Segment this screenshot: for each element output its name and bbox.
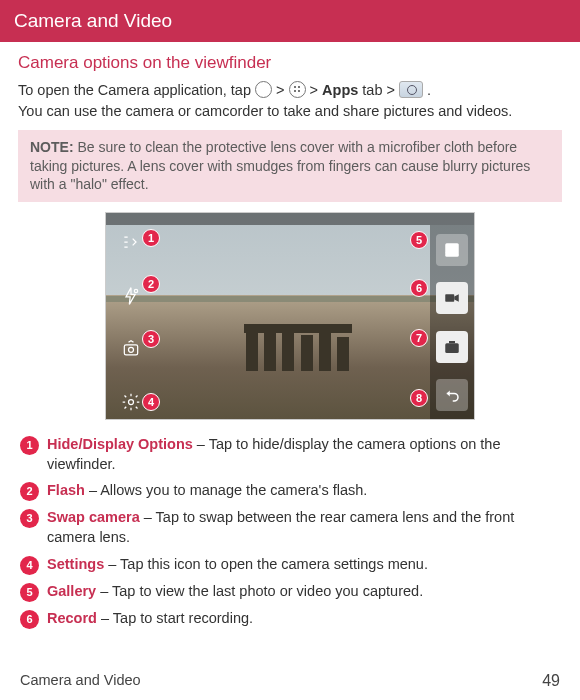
camera-viewfinder: 1 2 3 4 5 6 7 8 xyxy=(105,212,475,420)
list-text: Gallery – Tap to view the last photo or … xyxy=(47,582,562,602)
scene-stone xyxy=(264,333,276,371)
list-desc: – Tap to view the last photo or video yo… xyxy=(96,583,423,599)
page-content: Camera options on the viewfinder To open… xyxy=(0,42,580,629)
list-term: Hide/Display Options xyxy=(47,436,193,452)
note-box: NOTE: Be sure to clean the protective le… xyxy=(18,130,562,203)
list-desc: – Tap this icon to open the camera setti… xyxy=(104,556,428,572)
list-bullet-1: 1 xyxy=(20,436,39,455)
intro-gt-2: > xyxy=(310,82,323,98)
home-circle-icon xyxy=(255,81,272,98)
note-label: NOTE: xyxy=(30,139,74,155)
callout-badge-4: 4 xyxy=(142,393,160,411)
scene-stone xyxy=(319,331,331,371)
back-return-icon[interactable] xyxy=(436,379,468,411)
list-term: Gallery xyxy=(47,583,96,599)
list-term: Record xyxy=(47,610,97,626)
callout-badge-2: 2 xyxy=(142,275,160,293)
swap-camera-icon[interactable] xyxy=(120,338,142,360)
list-text: Hide/Display Options – Tap to hide/displ… xyxy=(47,435,562,474)
list-term: Flash xyxy=(47,482,85,498)
list-text: Settings – Tap this icon to open the cam… xyxy=(47,555,562,575)
section-subtitle: Camera options on the viewfinder xyxy=(18,52,562,75)
list-desc: – Tap to start recording. xyxy=(97,610,253,626)
list-desc: – Allows you to manage the camera's flas… xyxy=(85,482,367,498)
hide-options-icon[interactable] xyxy=(120,231,142,253)
list-text: Record – Tap to start recording. xyxy=(47,609,562,629)
svg-rect-8 xyxy=(449,341,455,343)
callout-badge-5: 5 xyxy=(410,231,428,249)
callout-badge-1: 1 xyxy=(142,229,160,247)
page-header: Camera and Video xyxy=(0,0,580,42)
intro-period: . xyxy=(427,82,431,98)
status-bar xyxy=(106,213,474,225)
page-footer: Camera and Video 49 xyxy=(0,670,580,692)
list-item: 4 Settings – Tap this icon to open the c… xyxy=(20,555,562,575)
intro-line-2: You can use the camera or camcorder to t… xyxy=(18,102,562,122)
intro-tab-gt: tab > xyxy=(362,82,399,98)
list-text: Flash – Allows you to manage the camera'… xyxy=(47,481,562,501)
apps-grid-icon xyxy=(289,81,306,98)
intro-text-a: To open the Camera application, tap xyxy=(18,82,255,98)
scene-stone xyxy=(301,335,313,371)
list-item: 5 Gallery – Tap to view the last photo o… xyxy=(20,582,562,602)
flash-icon[interactable] xyxy=(120,285,142,307)
svg-rect-4 xyxy=(445,243,459,257)
scene-stone xyxy=(337,337,349,371)
page-header-title: Camera and Video xyxy=(14,10,172,31)
viewfinder-figure: 1 2 3 4 5 6 7 8 xyxy=(18,212,562,425)
list-bullet-5: 5 xyxy=(20,583,39,602)
callout-badge-7: 7 xyxy=(410,329,428,347)
callout-badge-3: 3 xyxy=(142,330,160,348)
svg-point-3 xyxy=(129,400,134,405)
svg-point-2 xyxy=(129,347,134,352)
list-item: 1 Hide/Display Options – Tap to hide/dis… xyxy=(20,435,562,474)
intro-line-1: To open the Camera application, tap > > … xyxy=(18,81,562,101)
list-item: 6 Record – Tap to start recording. xyxy=(20,609,562,629)
list-bullet-2: 2 xyxy=(20,482,39,501)
left-controls xyxy=(116,231,146,413)
svg-rect-1 xyxy=(124,345,137,355)
list-bullet-6: 6 xyxy=(20,610,39,629)
scene-lintel xyxy=(244,324,352,333)
note-text: Be sure to clean the protective lens cov… xyxy=(30,139,530,193)
callout-badge-8: 8 xyxy=(410,389,428,407)
footer-left: Camera and Video xyxy=(20,671,141,691)
camera-app-icon xyxy=(399,81,423,98)
intro-gt-1: > xyxy=(276,82,289,98)
page-number: 49 xyxy=(542,670,560,692)
svg-point-0 xyxy=(134,289,137,292)
list-item: 3 Swap camera – Tap to swap between the … xyxy=(20,508,562,547)
callout-badge-6: 6 xyxy=(410,279,428,297)
list-bullet-4: 4 xyxy=(20,556,39,575)
list-term: Settings xyxy=(47,556,104,572)
capture-photo-icon[interactable] xyxy=(436,331,468,363)
list-term: Swap camera xyxy=(47,509,140,525)
list-bullet-3: 3 xyxy=(20,509,39,528)
options-list: 1 Hide/Display Options – Tap to hide/dis… xyxy=(18,435,562,628)
list-text: Swap camera – Tap to swap between the re… xyxy=(47,508,562,547)
record-video-icon[interactable] xyxy=(436,282,468,314)
gallery-thumb-icon[interactable] xyxy=(436,234,468,266)
svg-point-7 xyxy=(449,344,455,350)
scene-stone xyxy=(282,329,294,371)
scene-stone xyxy=(246,331,258,371)
svg-rect-5 xyxy=(445,294,454,302)
apps-tab-label: Apps xyxy=(322,82,358,98)
settings-gear-icon[interactable] xyxy=(120,391,142,413)
list-item: 2 Flash – Allows you to manage the camer… xyxy=(20,481,562,501)
right-controls xyxy=(430,225,474,419)
